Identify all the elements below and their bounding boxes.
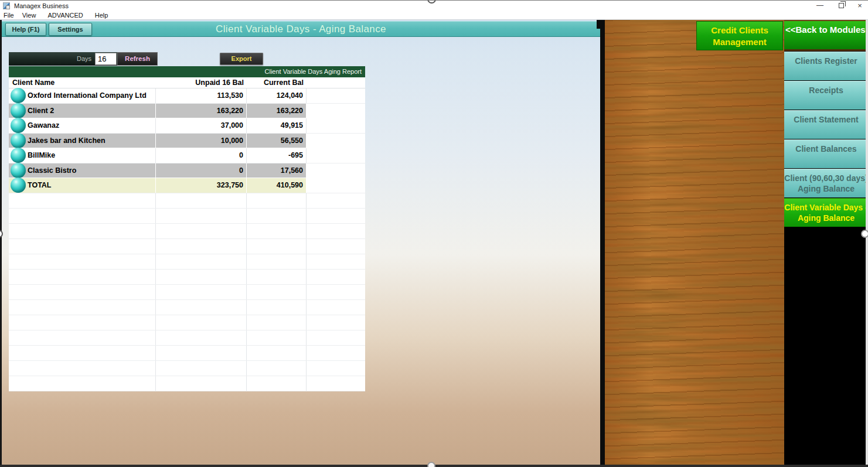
empty-row <box>9 254 365 270</box>
total-label: TOTAL <box>28 181 52 189</box>
empty-row <box>9 209 365 224</box>
unpaid-bal-cell: 0 <box>156 148 247 163</box>
main-pane: Help (F1) Settings Client Variable Days … <box>0 20 600 465</box>
table-row[interactable]: Gawanaz 37,000 49,915 <box>9 118 365 134</box>
table-row[interactable]: BillMike 0 -695 <box>9 148 365 163</box>
empty-row <box>9 224 365 239</box>
client-name-cell: Oxford International Company Ltd <box>9 88 156 103</box>
wood-grain-bands <box>605 20 785 467</box>
empty-row <box>9 270 365 285</box>
current-bal-total-cell: 410,590 <box>247 178 307 193</box>
menu-file[interactable]: File <box>4 12 14 19</box>
minimize-icon[interactable]: — <box>811 1 829 11</box>
window-title: Managex Business <box>14 2 69 9</box>
sidebar-item-client-balances[interactable]: Client Balances <box>784 139 868 168</box>
current-bal-cell: 17,560 <box>247 163 307 178</box>
client-sphere-icon <box>11 178 26 193</box>
empty-row <box>9 346 365 361</box>
restore-glyph-icon <box>839 3 844 8</box>
table-header-row: Client Name Unpaid 16 Bal Current Bal <box>9 77 365 88</box>
client-sphere-icon <box>11 148 26 163</box>
menu-help[interactable]: Help <box>95 12 108 19</box>
client-name: Client 2 <box>28 107 54 115</box>
empty-row <box>9 239 365 254</box>
sidebar-item-clients-register[interactable]: Clients Register <box>784 52 868 80</box>
table-row[interactable]: Client 2 163,220 163,220 <box>9 104 365 119</box>
close-icon[interactable]: × <box>851 1 868 11</box>
col-header-unpaid-bal: Unpaid 16 Bal <box>156 77 247 88</box>
client-name-cell: Jakes bar and Kitchen <box>9 134 156 148</box>
table-row[interactable]: Classic Bistro 0 17,560 <box>9 163 365 179</box>
empty-row <box>9 361 365 376</box>
client-name-cell: TOTAL <box>9 178 156 193</box>
client-name: Classic Bistro <box>28 166 76 175</box>
right-sidebar: <<Back to Modules Clients Register Recei… <box>784 20 868 467</box>
client-name-cell: Classic Bistro <box>9 163 156 178</box>
current-bal-cell: 49,915 <box>247 118 307 133</box>
unpaid-bal-cell: 163,220 <box>156 104 247 118</box>
col-header-empty <box>307 77 365 88</box>
col-header-current-bal: Current Bal <box>247 77 307 88</box>
sidebar-item-client-90-60-30-aging-balance[interactable]: Client (90,60,30 days) Aging Balance <box>784 169 868 197</box>
client-sphere-icon <box>11 118 26 133</box>
client-sphere-icon <box>11 133 26 148</box>
current-bal-cell: -695 <box>247 148 307 163</box>
table-total-row: TOTAL 323,750 410,590 <box>9 178 365 193</box>
client-sphere-icon <box>11 103 26 118</box>
client-sphere-icon <box>11 88 26 103</box>
client-name-cell: BillMike <box>9 148 156 163</box>
sidebar-item-client-variable-days-aging-balance[interactable]: Client Variable Days - Aging Balance <box>784 198 868 227</box>
table-row[interactable]: Jakes bar and Kitchen 10,000 56,550 <box>9 134 365 149</box>
report-banner: Client Variable Days Aging Report <box>9 66 365 77</box>
credit-clients-management-button[interactable]: Credit Clients Management <box>696 21 783 50</box>
empty-row <box>9 300 365 315</box>
unpaid-bal-cell: 10,000 <box>156 134 247 148</box>
unpaid-bal-cell: 37,000 <box>156 118 247 133</box>
sidebar-item-receipts[interactable]: Receipts <box>784 81 868 110</box>
empty-row <box>9 193 365 209</box>
app-icon <box>3 2 10 9</box>
days-input[interactable] <box>95 53 117 65</box>
menu-advanced[interactable]: ADVANCED <box>47 12 83 19</box>
client-name-cell: Gawanaz <box>9 118 156 133</box>
page-header-bar: Help (F1) Settings Client Variable Days … <box>2 21 600 37</box>
maximize-icon[interactable] <box>832 1 850 11</box>
wood-background-panel <box>605 20 785 467</box>
app-window: Managex Business — × File View ADVANCED … <box>0 0 868 467</box>
empty-row <box>9 315 365 330</box>
page-title: Client Variable Days - Aging Balance <box>2 23 600 35</box>
empty-row <box>9 330 365 346</box>
days-label: Days <box>9 52 94 66</box>
client-name: Jakes bar and Kitchen <box>28 137 105 145</box>
client-name: Gawanaz <box>28 121 59 129</box>
resize-grip-right[interactable] <box>861 230 868 238</box>
sidebar-item-client-statement[interactable]: Client Statement <box>784 110 868 139</box>
unpaid-bal-total-cell: 323,750 <box>156 178 247 193</box>
aging-report-table: Client Name Unpaid 16 Bal Current Bal Ox… <box>9 77 365 391</box>
pane-divider <box>600 20 605 467</box>
days-toolbar: Days Refresh <box>9 52 158 66</box>
table-row[interactable]: Oxford International Company Ltd 113,530… <box>9 88 365 104</box>
refresh-button[interactable]: Refresh <box>117 52 158 66</box>
current-bal-cell: 163,220 <box>247 104 307 118</box>
col-header-client-name: Client Name <box>9 77 156 88</box>
resize-grip-bottom[interactable] <box>427 462 435 467</box>
menu-bar: File View ADVANCED Help <box>0 11 868 20</box>
empty-row <box>9 376 365 391</box>
menu-view[interactable]: View <box>22 12 36 19</box>
client-name: BillMike <box>28 151 55 159</box>
empty-row <box>9 285 365 300</box>
current-bal-cell: 124,040 <box>247 88 307 103</box>
current-bal-cell: 56,550 <box>247 134 307 148</box>
export-button[interactable]: Export <box>220 53 263 65</box>
client-name: Oxford International Company Ltd <box>28 91 147 100</box>
back-to-modules-button[interactable]: <<Back to Modules <box>784 20 868 51</box>
client-sphere-icon <box>11 163 26 178</box>
window-right-border <box>866 20 868 467</box>
client-name-cell: Client 2 <box>9 104 156 118</box>
unpaid-bal-cell: 113,530 <box>156 88 247 103</box>
unpaid-bal-cell: 0 <box>156 163 247 178</box>
